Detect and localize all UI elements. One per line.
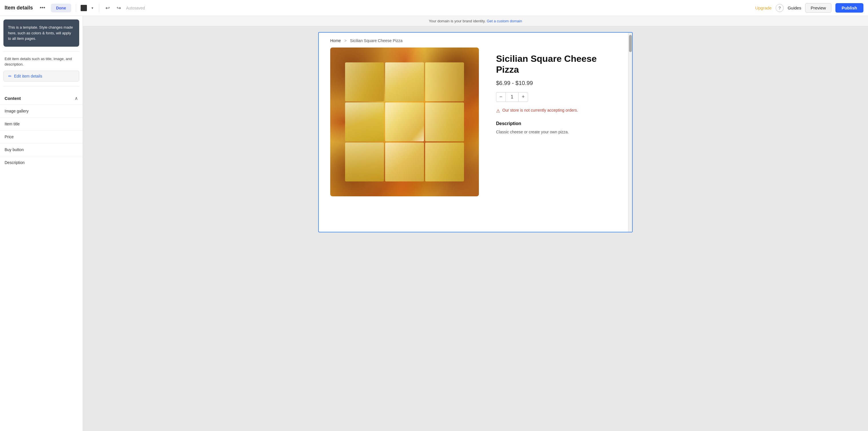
custom-domain-link[interactable]: Get a custom domain	[487, 19, 522, 23]
sidebar-item-buy-button[interactable]: Buy button	[0, 143, 83, 156]
pizza-grid	[345, 62, 464, 181]
pizza-slice	[425, 143, 464, 181]
product-area: Sicilian Square Cheese Pizza $6.99 - $10…	[319, 48, 632, 208]
sidebar: This is a template. Style changes made h…	[0, 16, 83, 431]
pizza-slice	[385, 103, 424, 141]
pizza-slice	[345, 103, 384, 141]
pizza-slice	[425, 62, 464, 101]
image-gallery-label: Image gallery	[5, 109, 29, 113]
pizza-slice	[385, 143, 424, 181]
description-text: Classic cheese or create your own pizza.	[496, 129, 621, 135]
store-error: ⚠ Our store is not currently accepting o…	[496, 108, 621, 114]
template-notice: This is a template. Style changes made h…	[3, 20, 79, 47]
square-style-button[interactable]	[81, 5, 87, 11]
product-image	[330, 48, 479, 196]
domain-banner: Your domain is your brand identity. Get …	[83, 16, 868, 26]
autosaved-status: Autosaved	[126, 6, 752, 10]
pizza-slice	[425, 103, 464, 141]
product-image-container	[330, 48, 479, 196]
publish-button[interactable]: Publish	[835, 3, 863, 12]
redo-button[interactable]: ↪	[115, 4, 123, 12]
content-section-header: Content ∧	[0, 95, 83, 105]
breadcrumb-separator: >	[344, 38, 346, 43]
main-layout: This is a template. Style changes made h…	[0, 16, 868, 431]
undo-button[interactable]: ↩	[104, 4, 112, 12]
description-heading: Description	[496, 121, 621, 126]
breadcrumb-home: Home	[330, 38, 341, 43]
price-label: Price	[5, 135, 14, 139]
pizza-slice	[345, 143, 384, 181]
quantity-minus-button[interactable]: −	[496, 92, 506, 102]
toolbar-right-actions: Upgrade ? Guides Preview Publish	[755, 3, 863, 12]
store-error-text: Our store is not currently accepting ord…	[502, 108, 578, 113]
product-title: Sicilian Square Cheese Pizza	[496, 53, 621, 75]
product-price: $6.99 - $10.99	[496, 80, 621, 86]
pizza-slice	[345, 62, 384, 101]
toolbar-divider	[76, 4, 76, 12]
toolbar: Item details ••• Done ▾ ↩ ↪ Autosaved Up…	[0, 0, 868, 16]
canvas-scroll-thumb[interactable]	[629, 35, 632, 52]
preview-button[interactable]: Preview	[805, 3, 831, 12]
product-info: Sicilian Square Cheese Pizza $6.99 - $10…	[496, 48, 621, 135]
upgrade-link[interactable]: Upgrade	[755, 5, 772, 10]
buy-button-label: Buy button	[5, 147, 24, 152]
help-button[interactable]: ?	[776, 4, 784, 12]
sidebar-divider-2	[3, 86, 79, 86]
item-title-label: Item title	[5, 122, 20, 126]
canvas-area: Your domain is your brand identity. Get …	[83, 16, 868, 431]
content-section-label: Content	[5, 96, 21, 101]
breadcrumb-current: Sicilian Square Cheese Pizza	[350, 38, 403, 43]
quantity-value: 1	[506, 92, 518, 102]
style-chevron-button[interactable]: ▾	[90, 5, 94, 11]
sidebar-item-image-gallery[interactable]: Image gallery	[0, 105, 83, 117]
content-section: Content ∧ Image gallery Item title Price…	[0, 91, 83, 169]
breadcrumb: Home > Sicilian Square Cheese Pizza	[319, 33, 632, 48]
content-section-toggle[interactable]: ∧	[74, 95, 78, 101]
edit-description-text: Edit item details such as title, image, …	[0, 56, 83, 71]
sidebar-item-price[interactable]: Price	[0, 130, 83, 143]
edit-icon: ✏	[8, 74, 12, 79]
edit-item-details-label: Edit item details	[14, 74, 42, 79]
sidebar-divider-1	[3, 51, 79, 52]
sidebar-item-item-title[interactable]: Item title	[0, 117, 83, 130]
quantity-control: − 1 +	[496, 92, 621, 102]
page-canvas: Home > Sicilian Square Cheese Pizza	[318, 32, 633, 232]
error-icon: ⚠	[496, 108, 500, 114]
edit-item-details-button[interactable]: ✏ Edit item details	[3, 71, 79, 82]
page-title: Item details	[5, 5, 33, 11]
quantity-plus-button[interactable]: +	[518, 92, 528, 102]
more-options-button[interactable]: •••	[37, 4, 48, 12]
pizza-slice	[385, 62, 424, 101]
sidebar-item-description[interactable]: Description	[0, 156, 83, 169]
guides-button[interactable]: Guides	[788, 5, 801, 10]
description-label: Description	[5, 160, 25, 165]
canvas-scroll-indicator	[628, 33, 632, 232]
done-button[interactable]: Done	[51, 4, 71, 12]
domain-banner-text: Your domain is your brand identity.	[429, 19, 486, 23]
